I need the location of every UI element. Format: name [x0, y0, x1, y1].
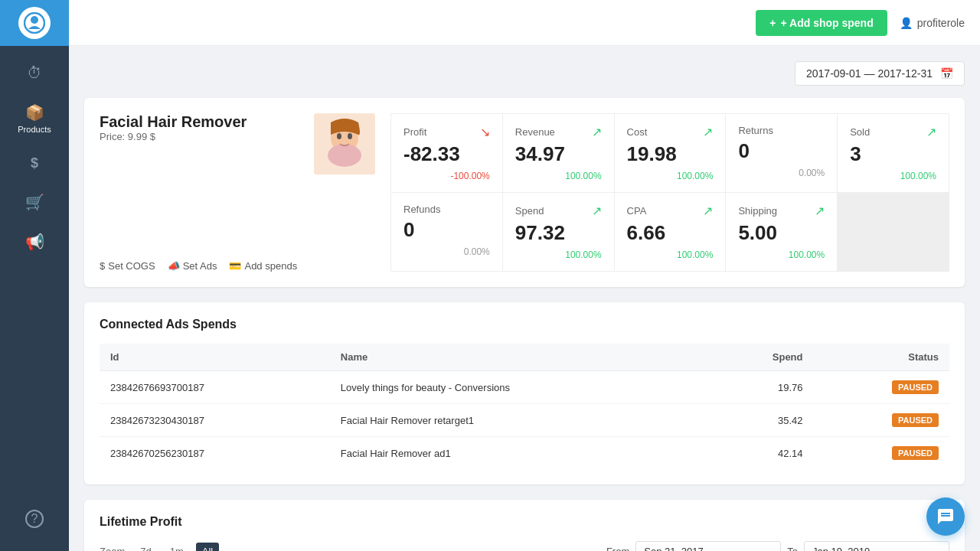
col-header-status: Status — [814, 344, 950, 371]
zoom-7d-button[interactable]: 7d — [134, 543, 157, 551]
metric-cell-sold: Sold ↗ 3 100.00% — [838, 114, 949, 192]
metric-value: 3 — [850, 142, 936, 166]
metric-value: 19.98 — [627, 142, 714, 166]
arrow-up-icon: ↗ — [703, 204, 713, 218]
metric-label: Revenue — [515, 126, 555, 138]
user-menu[interactable]: 👤 profiterole — [900, 17, 965, 29]
status-badge: PAUSED — [892, 413, 939, 427]
metric-header: Returns — [738, 125, 825, 136]
metric-value: 97.32 — [515, 221, 602, 245]
sidebar-item-dashboard[interactable]: ⏱ — [0, 54, 69, 93]
metric-cell-cost: Cost ↗ 19.98 100.00% — [615, 114, 726, 192]
svg-point-5 — [337, 133, 341, 139]
zoom-1m-button[interactable]: 1m — [164, 543, 190, 551]
sidebar-bottom: ? — [25, 499, 44, 551]
sidebar-item-products[interactable]: 📦 Products — [0, 93, 69, 145]
username-label: profiterole — [917, 17, 965, 29]
metric-label: Returns — [738, 125, 773, 136]
arrow-down-icon: ↘ — [480, 125, 490, 139]
metric-cell-cpa: CPA ↗ 6.66 100.00% — [615, 193, 726, 271]
metric-header: CPA ↗ — [627, 204, 714, 218]
set-cogs-link[interactable]: $ Set COGS — [100, 260, 155, 272]
chart-date-range: From To — [606, 541, 949, 551]
metric-label: Cost — [627, 126, 648, 138]
metric-change: 0.00% — [738, 168, 825, 178]
date-range-bar: 2017-09-01 — 2017-12-31 📅 — [84, 61, 965, 86]
lifetime-profit-section: Lifetime Profit Zoom 7d 1m All From To 5 — [84, 500, 965, 551]
arrow-up-icon: ↗ — [926, 125, 936, 139]
cell-status: PAUSED — [814, 371, 950, 404]
cell-status: PAUSED — [814, 437, 950, 470]
metric-label: Refunds — [403, 204, 440, 215]
metric-change: 100.00% — [738, 249, 825, 260]
sidebar-item-campaigns[interactable]: 📢 — [0, 222, 69, 262]
from-label: From — [606, 546, 629, 551]
clock-icon: ⏱ — [27, 64, 42, 82]
sidebar-item-orders[interactable]: 🛒 — [0, 182, 69, 222]
to-date-input[interactable] — [804, 541, 949, 551]
metric-label: Shipping — [738, 205, 777, 217]
chart-controls: Zoom 7d 1m All From To — [100, 541, 949, 551]
metric-value: 6.66 — [627, 221, 714, 245]
to-label: To — [787, 546, 798, 551]
metric-change: 0.00% — [403, 246, 490, 257]
sidebar-item-products-label: Products — [18, 125, 51, 134]
set-ads-link[interactable]: 📣 Set Ads — [168, 260, 217, 272]
metric-label: Spend — [515, 205, 544, 217]
help-icon: ? — [25, 510, 44, 528]
metric-change: 100.00% — [627, 249, 714, 260]
set-cogs-label: Set COGS — [108, 260, 155, 272]
add-shop-spend-label: + Add shop spend — [781, 17, 874, 29]
add-spends-label: Add spends — [244, 260, 297, 272]
product-price: Price: 9.99 $ — [100, 131, 302, 142]
plus-icon: + — [769, 17, 776, 29]
date-range-picker[interactable]: 2017-09-01 — 2017-12-31 📅 — [795, 61, 965, 86]
product-header: Facial Hair Remover Price: 9.99 $ — [100, 113, 375, 174]
zoom-all-button[interactable]: All — [196, 543, 219, 551]
product-name: Facial Hair Remover — [100, 113, 302, 131]
cell-status: PAUSED — [814, 404, 950, 437]
zoom-label: Zoom — [100, 546, 125, 551]
col-header-spend: Spend — [710, 344, 813, 371]
user-icon: 👤 — [900, 17, 913, 29]
arrow-up-icon: ↗ — [703, 125, 713, 139]
metric-value: 0 — [403, 218, 490, 242]
topbar: + + Add shop spend 👤 profiterole — [69, 0, 980, 46]
metric-label: CPA — [627, 205, 647, 217]
from-date-input[interactable] — [635, 541, 781, 551]
metric-header: Refunds — [403, 204, 490, 215]
arrow-up-icon: ↗ — [592, 125, 602, 139]
connected-ads-section: Connected Ads Spends Id Name Spend Statu… — [84, 302, 965, 484]
status-badge: PAUSED — [892, 446, 939, 460]
add-spends-link[interactable]: 💳 Add spends — [229, 260, 297, 272]
svg-point-1 — [31, 16, 38, 24]
sidebar-item-help[interactable]: ? — [25, 499, 44, 539]
main-content: + + Add shop spend 👤 profiterole 2017-09… — [69, 0, 980, 551]
table-row: 23842676693700187 Lovely things for beau… — [100, 371, 949, 404]
metric-header: Profit ↘ — [403, 125, 490, 139]
metric-value: 34.97 — [515, 142, 602, 166]
arrow-up-icon: ↗ — [592, 204, 602, 218]
products-icon: 📦 — [25, 103, 44, 122]
sidebar: ⏱ 📦 Products $ 🛒 📢 ? — [0, 0, 69, 551]
metric-header: Spend ↗ — [515, 204, 602, 218]
logo-icon — [18, 7, 51, 39]
metric-value: 5.00 — [738, 221, 825, 245]
metric-cell-revenue: Revenue ↗ 34.97 100.00% — [503, 114, 614, 192]
add-shop-spend-button[interactable]: + + Add shop spend — [756, 10, 887, 36]
lifetime-profit-title: Lifetime Profit — [100, 515, 949, 529]
metric-change: -100.00% — [403, 171, 490, 181]
product-actions: $ Set COGS 📣 Set Ads 💳 Add spends — [100, 260, 375, 272]
metric-cell-refunds: Refunds 0 0.00% — [391, 193, 502, 271]
cart-icon: 🛒 — [25, 193, 44, 211]
metric-header: Revenue ↗ — [515, 125, 602, 139]
chat-fab-button[interactable] — [926, 497, 965, 536]
metric-cell-profit: Profit ↘ -82.33 -100.00% — [391, 114, 502, 192]
content-area: 2017-09-01 — 2017-12-31 📅 Facial Hair Re… — [69, 46, 980, 551]
cell-id: 23842670256230187 — [100, 437, 330, 470]
metric-cell-spend: Spend ↗ 97.32 100.00% — [503, 193, 614, 271]
sidebar-item-revenue[interactable]: $ — [0, 145, 69, 182]
col-header-id: Id — [100, 344, 330, 371]
connected-ads-table: Id Name Spend Status 23842676693700187 L… — [100, 344, 949, 469]
metric-cell-shipping: Shipping ↗ 5.00 100.00% — [726, 193, 837, 271]
